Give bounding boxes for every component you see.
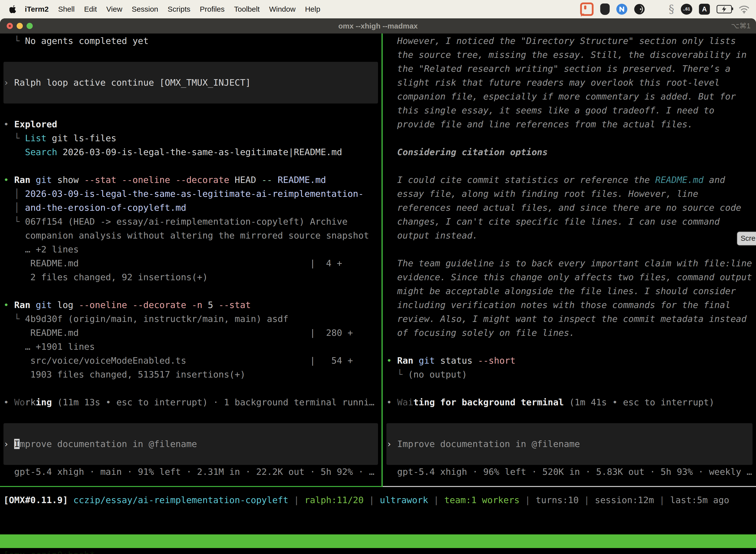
- terminal-line: companion file, especially if more comme…: [386, 90, 736, 104]
- crescent-icon[interactable]: [634, 4, 645, 15]
- terminal-line: › Ralph loop active continue [OMX_TMUX_I…: [3, 76, 251, 90]
- terminal-line: the source tree, missing the essay. Stil…: [386, 48, 747, 62]
- tmux-status-bar: [omx-cczip0:bash* "MacBook-Pro-44.local"…: [0, 535, 756, 548]
- pane-border-bottom-left: [0, 486, 383, 487]
- terminal-line: └ 4b9d30f (origin/main, instructkr/main,…: [3, 312, 289, 326]
- terminal-line: changes, I can't cite specific file line…: [386, 215, 720, 229]
- terminal-line: │ 2026-03-09-is-legal-the-same-as-legiti…: [3, 187, 364, 201]
- terminal-line: including verification notes with those …: [386, 298, 731, 312]
- shield-grid-icon[interactable]: [600, 3, 610, 15]
- menu-item-shell[interactable]: Shell: [53, 5, 79, 13]
- terminal-line: However, I noticed the "Directory Struct…: [386, 34, 736, 48]
- terminal-line: └ (no output): [386, 368, 467, 382]
- terminal-line: essay file, along with finding root file…: [386, 187, 698, 201]
- omx-status-line: [OMX#0.11.9] cczip/essay/ai-reimplementa…: [0, 493, 756, 507]
- terminal-line: The team guideline is to back every impo…: [386, 257, 752, 270]
- terminal-line: └ No agents completed yet: [3, 34, 148, 48]
- tmux-session-window[interactable]: [omx-cczip0:bash*: [3, 548, 95, 554]
- terminal-line: 1903 files changed, 513517 insertions(+): [3, 368, 245, 382]
- terminal-line: … +2 lines: [3, 242, 79, 257]
- terminal-area[interactable]: └ No agents completed yet› Ralph loop ac…: [0, 34, 756, 554]
- squiggle-icon[interactable]: §: [669, 4, 674, 15]
- desktop: iTerm2 Shell Edit View Session Scripts P…: [0, 0, 756, 554]
- terminal-line: README.md | 280 +: [3, 326, 353, 340]
- terminal-line: I could cite commit statistics or refere…: [386, 173, 725, 187]
- menu-item-toolbelt[interactable]: Toolbelt: [230, 5, 264, 13]
- input-source-icon[interactable]: A: [699, 4, 710, 15]
- terminal-line: 2 files changed, 92 insertions(+): [3, 270, 208, 284]
- pane-border-bottom-right: [383, 486, 756, 487]
- vpn-badge-icon[interactable]: [616, 4, 627, 15]
- terminal-line: companion analysis without altering the …: [3, 229, 369, 242]
- terminal-line: │ and-the-erosion-of-copyleft.md: [3, 201, 186, 215]
- terminal-line: output instead.: [386, 229, 478, 242]
- terminal-line: • Waiting for background terminal (1m 41…: [386, 395, 714, 409]
- terminal-line: gpt-5.4 xhigh · main · 91% left · 2.31M …: [3, 465, 375, 479]
- terminal-line: might be acceptable alongside the file l…: [386, 284, 736, 298]
- terminal-line: [OMX#0.11.9] cczip/essay/ai-reimplementa…: [3, 493, 729, 507]
- menu-item-scripts[interactable]: Scripts: [163, 5, 195, 13]
- menu-item-edit[interactable]: Edit: [79, 5, 102, 13]
- terminal-line: • Working (11m 13s • esc to interrupt) ·…: [3, 395, 375, 409]
- terminal-line: slight risk that future readers may over…: [386, 76, 720, 90]
- terminal-line: Considering citation options: [386, 145, 548, 159]
- tmux-pane-right[interactable]: However, I noticed the "Directory Struct…: [383, 34, 756, 486]
- terminal-line: └ List git ls-files: [3, 131, 116, 145]
- menu-item-view[interactable]: View: [102, 5, 127, 13]
- battery-icon[interactable]: [716, 5, 732, 13]
- iterm2-window: omx --xhigh --madmax ⌥⌘1 └ No agents com…: [0, 18, 756, 554]
- menu-item-help[interactable]: Help: [300, 5, 325, 13]
- tmux-pane-left[interactable]: └ No agents completed yet› Ralph loop ac…: [0, 34, 381, 486]
- terminal-line: gpt-5.4 xhigh · 96% left · 520K in · 5.8…: [386, 465, 752, 479]
- terminal-line: … +1901 lines: [3, 340, 95, 354]
- screen-recording-icon[interactable]: [580, 2, 593, 16]
- pane-divider[interactable]: [381, 34, 383, 487]
- macos-menu-bar: iTerm2 Shell Edit View Session Scripts P…: [0, 0, 756, 18]
- screen-share-tooltip: Scre: [737, 232, 756, 245]
- menu-item-app[interactable]: iTerm2: [20, 5, 53, 13]
- terminal-line: › Improve documentation in @filename: [386, 437, 580, 451]
- terminal-line: evidence. Since this change only affects…: [386, 270, 752, 284]
- apple-menu-icon[interactable]: [9, 5, 17, 13]
- terminal-line: › Improve documentation in @filename: [3, 437, 197, 451]
- menu-item-window[interactable]: Window: [264, 5, 300, 13]
- terminal-line: README.md | 4 +: [3, 257, 342, 270]
- timer-badge-icon[interactable]: ..61: [681, 4, 692, 15]
- terminal-line: this single essay, it seems like a good …: [386, 104, 714, 117]
- terminal-line: └ 067f154 (HEAD -> essay/ai-reimplementa…: [3, 215, 348, 229]
- menu-bar-status-icons: § ..61 A: [580, 2, 750, 16]
- terminal-line: review. Also, I might want to inspect th…: [386, 312, 747, 326]
- terminal-line: • Ran git show --stat --oneline --decora…: [3, 173, 326, 187]
- terminal-line: • Explored: [3, 117, 57, 131]
- window-title-bar[interactable]: omx --xhigh --madmax ⌥⌘1: [0, 18, 756, 34]
- terminal-line: src/voice/voiceModeEnabled.ts | 54 +: [3, 354, 353, 368]
- terminal-line: • Ran git status --short: [386, 354, 515, 368]
- menu-item-profiles[interactable]: Profiles: [195, 5, 229, 13]
- menu-item-session[interactable]: Session: [127, 5, 163, 13]
- terminal-line: provide file and line references from th…: [386, 117, 693, 131]
- terminal-line: references need actual files, and since …: [386, 201, 741, 215]
- dots-grid-icon[interactable]: [651, 4, 662, 14]
- terminal-line: Search 2026-03-09-is-legal-the-same-as-l…: [3, 145, 342, 159]
- window-title: omx --xhigh --madmax: [0, 18, 756, 34]
- terminal-line: of focusing solely on file lines.: [386, 326, 575, 340]
- window-shortcut-badge: ⌥⌘1: [731, 18, 751, 34]
- terminal-line: the "Related research writing" section i…: [386, 62, 731, 76]
- wifi-icon[interactable]: [739, 5, 750, 13]
- terminal-line: • Ran git log --oneline --decorate -n 5 …: [3, 298, 251, 312]
